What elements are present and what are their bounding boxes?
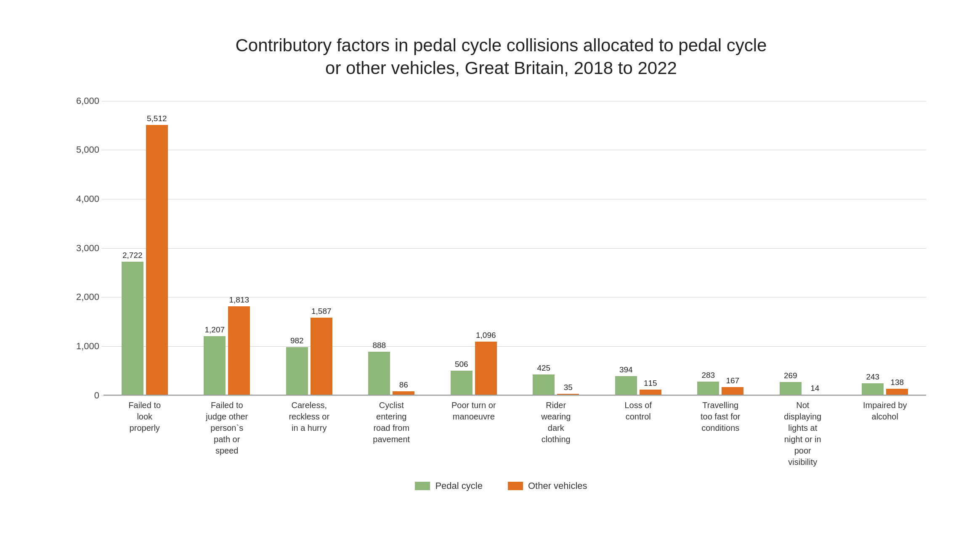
bars-wrapper: 2,7225,5121,2071,8139821,587888865061,09… [104,101,926,395]
bar-wrap-other: 1,587 [311,307,332,395]
bar-wrap-pedal: 982 [286,336,308,395]
bar-value-other: 14 [810,384,819,393]
bar-group: 9821,587 [268,307,350,395]
bar-pedal [615,376,637,395]
x-axis-label: Cyclistenteringroad frompavement [350,400,433,468]
x-axis-label: Loss ofcontrol [597,400,680,468]
bar-pedal [697,382,719,395]
bar-value-pedal: 1,207 [204,325,225,334]
bar-wrap-pedal: 2,722 [122,251,143,395]
bar-value-pedal: 425 [537,364,550,373]
y-axis-label: 3,000 [76,243,99,254]
legend-swatch-other [508,482,523,490]
bar-wrap-pedal: 269 [780,371,802,395]
x-axis-label: Failed tojudge otherperson`spath orspeed [186,400,268,468]
x-axis-label: Notdisplayinglights atnight or inpoorvis… [762,400,844,468]
bar-other [146,125,168,395]
baseline [104,395,926,395]
bar-other [311,318,332,395]
bar-other [228,306,250,395]
legend-other-label: Other vehicles [528,480,587,491]
bar-group: 26914 [762,371,844,395]
bar-value-other: 1,813 [229,295,249,305]
bar-value-other: 35 [564,383,573,392]
bar-wrap-other: 115 [640,379,661,395]
y-axis-label: 5,000 [76,144,99,155]
x-axis-label: Travellingtoo fast forconditions [680,400,762,468]
y-axis-label: 2,000 [76,292,99,303]
bar-value-other: 86 [399,380,408,390]
bar-pedal [780,382,802,395]
x-axis-label: Impaired byalcohol [844,400,927,468]
bar-wrap-pedal: 243 [862,372,884,395]
bar-group: 5061,096 [433,331,515,395]
legend-pedal-label: Pedal cycle [435,480,483,491]
bar-value-other: 5,512 [147,114,167,123]
bar-value-pedal: 888 [372,341,386,350]
bar-value-other: 1,587 [311,307,332,316]
bar-value-pedal: 243 [866,372,879,382]
bar-group: 394115 [597,365,680,395]
bar-wrap-pedal: 394 [615,365,637,395]
bar-wrap-other: 35 [557,383,579,395]
bar-pedal [204,336,226,395]
y-axis-label: 4,000 [76,194,99,204]
bar-value-pedal: 269 [784,371,797,380]
bar-value-pedal: 2,722 [122,251,143,260]
bar-wrap-other: 5,512 [146,114,168,395]
bar-value-other: 167 [726,376,739,385]
bar-wrap-other: 86 [393,380,414,395]
bar-wrap-other: 14 [804,384,826,395]
bar-wrap-pedal: 506 [451,360,473,395]
bar-wrap-pedal: 888 [368,341,390,395]
bar-pedal [862,383,884,395]
bar-wrap-other: 1,096 [475,331,497,395]
bar-pedal [451,371,473,395]
x-labels: Failed tolookproperlyFailed tojudge othe… [104,400,926,468]
x-axis-label: Poor turn ormanoeuvre [433,400,515,468]
bar-group: 283167 [680,371,762,395]
gridline [101,395,926,396]
legend: Pedal cycle Other vehicles [76,480,926,491]
bar-pedal [122,262,143,395]
bar-value-pedal: 506 [455,360,468,369]
x-axis-label: Careless,reckless orin a hurry [268,400,350,468]
bar-value-other: 115 [644,379,657,388]
bar-wrap-other: 1,813 [228,295,250,395]
bar-other [475,342,497,395]
bar-wrap-pedal: 283 [697,371,719,395]
bar-group: 243138 [844,372,927,395]
legend-pedal: Pedal cycle [415,480,483,491]
x-axis-label: Failed tolookproperly [104,400,186,468]
chart-title: Contributory factors in pedal cycle coll… [76,34,926,80]
chart-container: Contributory factors in pedal cycle coll… [26,17,951,543]
bar-pedal [368,352,390,395]
bar-pedal [286,347,308,395]
bar-value-pedal: 283 [701,371,715,380]
bar-wrap-pedal: 1,207 [204,325,226,395]
x-axis-label: Riderwearingdarkclothing [515,400,597,468]
legend-other: Other vehicles [508,480,587,491]
bar-wrap-other: 167 [722,376,743,395]
bar-wrap-pedal: 425 [533,364,555,395]
bar-value-pedal: 982 [290,336,304,345]
bar-wrap-other: 138 [886,378,908,395]
bar-group: 88886 [350,341,433,395]
y-axis-label: 6,000 [76,96,99,106]
legend-swatch-pedal [415,482,430,490]
bar-value-other: 138 [890,378,904,387]
bar-group: 1,2071,813 [186,295,268,395]
y-axis-label: 1,000 [76,341,99,352]
bar-pedal [533,374,555,395]
y-axis-label: 0 [76,390,99,401]
bar-group: 42535 [515,364,597,395]
bar-group: 2,7225,512 [104,114,186,395]
bar-value-pedal: 394 [619,365,633,374]
bar-value-other: 1,096 [476,331,496,340]
chart-area: 6,0005,0004,0003,0002,0001,0000 2,7225,5… [76,101,926,395]
